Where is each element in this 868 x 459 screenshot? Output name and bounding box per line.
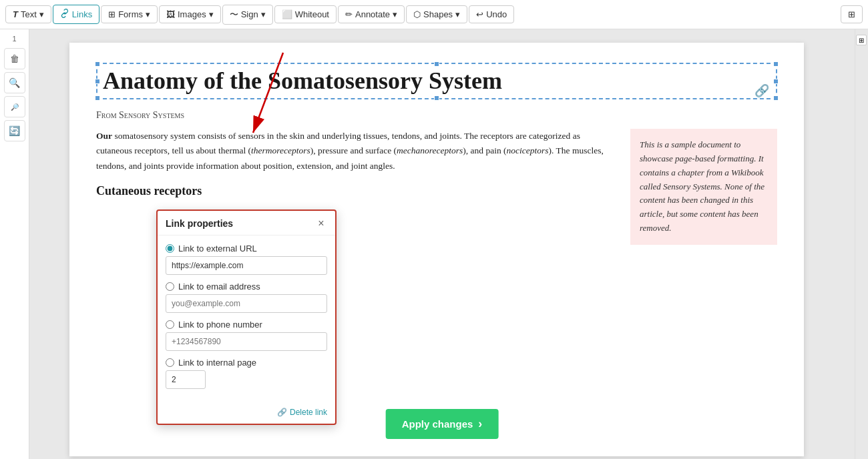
handle-ml[interactable] (95, 79, 100, 84)
page-number: 1 (12, 35, 16, 43)
sign-icon: 〜 (230, 9, 238, 21)
handle-mr[interactable] (773, 79, 779, 84)
toolbar-shapes-button[interactable]: ⬡ Shapes ▾ (406, 5, 467, 23)
forms-dropdown-arrow: ▾ (146, 9, 150, 19)
handle-tr[interactable] (773, 61, 779, 67)
text-icon: T (13, 9, 18, 19)
toolbar: T Text ▾ Links ⊞ Forms ▾ 🖼 Images ▾ 〜 Si… (0, 0, 868, 29)
link-properties-dialog: Link properties × Link to external URL L… (156, 209, 337, 425)
rotate-icon: 🔄 (9, 125, 20, 136)
toolbar-links-button[interactable]: Links (53, 5, 99, 24)
page-number-input[interactable] (166, 370, 206, 389)
title-emoji: 🔗 (754, 83, 769, 98)
apply-arrow-icon: › (478, 417, 482, 431)
email-radio[interactable] (166, 282, 174, 291)
shapes-icon: ⬡ (413, 9, 421, 19)
zoom-in-button[interactable]: 🔍 (4, 72, 25, 93)
option-phone: Link to phone number (166, 320, 327, 351)
sidebar-collapse-button[interactable]: ⊞ (856, 35, 867, 45)
annotate-icon: ✏ (345, 9, 353, 19)
zoom-in-icon: 🔍 (9, 77, 20, 88)
toolbar-sign-button[interactable]: 〜 Sign ▾ (222, 5, 273, 25)
email-input[interactable] (166, 294, 327, 313)
whiteout-icon: ⬜ (282, 9, 292, 19)
handle-tm[interactable] (434, 61, 439, 67)
images-dropdown-arrow: ▾ (209, 9, 214, 19)
title-selection-box: Anatomy of the Somatosensory System 🔗 (96, 63, 777, 99)
toolbar-layout-button[interactable]: ⊞ (841, 5, 863, 23)
images-icon: 🖼 (166, 9, 175, 19)
dialog-title: Link properties (166, 218, 233, 229)
dialog-footer: 🔗 Delete link (158, 404, 335, 424)
external-url-label[interactable]: Link to external URL (166, 244, 327, 254)
document-title: Anatomy of the Somatosensory System (103, 67, 771, 95)
handle-bl[interactable] (95, 95, 100, 101)
links-icon (60, 9, 69, 20)
delete-link-button[interactable]: 🔗 Delete link (277, 408, 327, 417)
handle-tl[interactable] (95, 61, 100, 67)
forms-icon: ⊞ (108, 9, 116, 19)
toolbar-undo-button[interactable]: ↩ Undo (469, 5, 514, 23)
dialog-body: Link to external URL Link to email addre… (158, 236, 335, 404)
sign-dropdown-arrow: ▾ (261, 9, 266, 19)
undo-icon: ↩ (476, 9, 483, 19)
email-label[interactable]: Link to email address (166, 282, 327, 292)
main-content: Anatomy of the Somatosensory System 🔗 Fr… (29, 29, 855, 459)
zoom-out-icon: 🔎 (11, 103, 19, 111)
phone-input[interactable] (166, 332, 327, 351)
delete-button[interactable]: 🗑 (4, 48, 25, 69)
delete-link-icon: 🔗 (277, 408, 287, 417)
handle-br[interactable] (773, 95, 779, 101)
document-subtitle: From Sensory Systems (96, 110, 777, 121)
external-url-radio[interactable] (166, 244, 174, 253)
internal-page-radio[interactable] (166, 358, 174, 367)
zoom-out-button[interactable]: 🔎 (4, 96, 25, 117)
option-email: Link to email address (166, 282, 327, 313)
document-sidebar-note: This is a sample document to showcase pa… (630, 129, 777, 245)
toolbar-annotate-button[interactable]: ✏ Annotate ▾ (338, 5, 405, 23)
option-external-url: Link to external URL (166, 244, 327, 275)
phone-label[interactable]: Link to phone number (166, 320, 327, 330)
body-paragraph-1: Our somatosensory system consists of sen… (96, 129, 617, 173)
rotate-button[interactable]: 🔄 (4, 120, 25, 141)
dialog-close-button[interactable]: × (315, 217, 327, 230)
handle-bm[interactable] (434, 95, 439, 101)
annotate-dropdown-arrow: ▾ (393, 9, 397, 19)
toolbar-images-button[interactable]: 🖼 Images ▾ (159, 5, 221, 23)
text-dropdown-arrow: ▾ (39, 9, 44, 19)
section-title-cutaneous: Cutaneous receptors (96, 184, 617, 198)
phone-radio[interactable] (166, 320, 174, 329)
toolbar-text-button[interactable]: T Text ▾ (5, 5, 51, 23)
layout-icon: ⊞ (848, 9, 855, 19)
trash-icon: 🗑 (10, 53, 19, 64)
toolbar-whiteout-button[interactable]: ⬜ Whiteout (274, 5, 337, 23)
option-internal-page: Link to internal page (166, 358, 327, 389)
right-sidebar: ⊞ (855, 29, 868, 459)
toolbar-forms-button[interactable]: ⊞ Forms ▾ (101, 5, 158, 23)
url-input[interactable] (166, 256, 327, 275)
left-sidebar: 1 🗑 🔍 🔎 🔄 (0, 29, 29, 459)
shapes-dropdown-arrow: ▾ (455, 9, 460, 19)
dialog-header: Link properties × (158, 211, 335, 236)
apply-changes-button[interactable]: Apply changes › (386, 409, 499, 439)
internal-page-label[interactable]: Link to internal page (166, 358, 327, 368)
